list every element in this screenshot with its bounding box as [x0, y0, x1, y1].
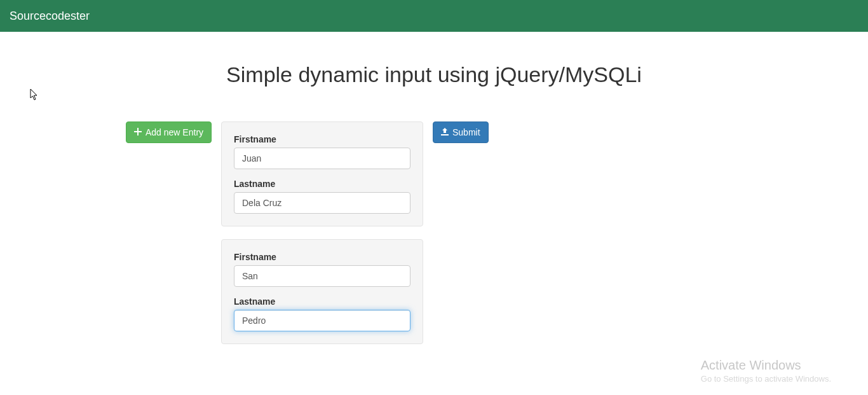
form-group-lastname: Lastname: [234, 179, 410, 214]
entry-well: Firstname Lastname: [221, 239, 423, 344]
firstname-input[interactable]: [234, 148, 410, 169]
plus-icon: [134, 126, 142, 139]
entry-well: Firstname Lastname: [221, 121, 423, 226]
mouse-cursor-icon: [30, 88, 40, 102]
form-row: Add new Entry Firstname Lastname Firstna…: [126, 121, 742, 357]
brand-link[interactable]: Sourcecodester: [10, 10, 90, 23]
col-add: Add new Entry: [126, 121, 221, 357]
page-title: Simple dynamic input using jQuery/MySQLi: [126, 62, 742, 87]
save-icon: [441, 126, 449, 139]
add-entry-label: Add new Entry: [146, 126, 203, 139]
submit-button[interactable]: Submit: [433, 121, 489, 143]
form-group-lastname: Lastname: [234, 296, 410, 331]
form-group-firstname: Firstname: [234, 134, 410, 169]
windows-activation-watermark: Activate Windows Go to Settings to activ…: [701, 358, 831, 384]
navbar: Sourcecodester: [0, 0, 868, 32]
firstname-label: Firstname: [234, 134, 410, 144]
firstname-label: Firstname: [234, 252, 410, 262]
watermark-subtitle: Go to Settings to activate Windows.: [701, 374, 831, 384]
form-group-firstname: Firstname: [234, 252, 410, 287]
lastname-input[interactable]: [234, 192, 410, 214]
watermark-title: Activate Windows: [701, 358, 831, 373]
lastname-label: Lastname: [234, 179, 410, 189]
col-entries: Firstname Lastname Firstname Lastname: [221, 121, 423, 357]
firstname-input[interactable]: [234, 265, 410, 287]
lastname-input[interactable]: [234, 310, 410, 331]
submit-label: Submit: [452, 126, 480, 139]
lastname-label: Lastname: [234, 296, 410, 307]
add-entry-button[interactable]: Add new Entry: [126, 121, 212, 143]
main-container: Simple dynamic input using jQuery/MySQLi…: [126, 62, 742, 357]
col-submit: Submit: [433, 121, 528, 357]
